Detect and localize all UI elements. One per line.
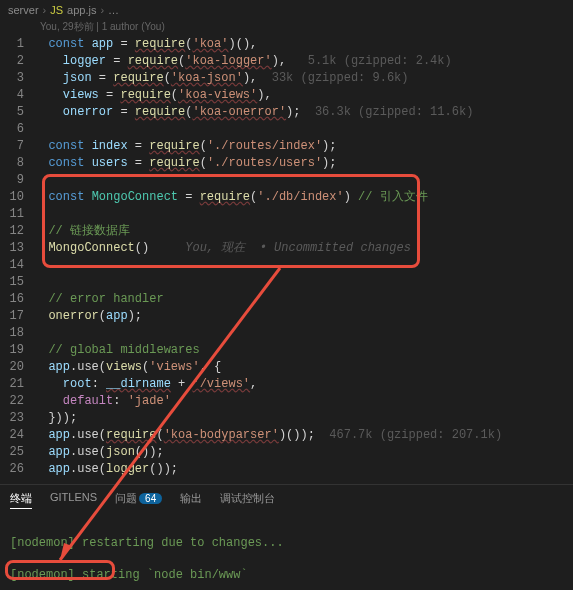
line-number: 5 [0, 104, 34, 121]
line-number: 15 [0, 274, 34, 291]
line-number: 12 [0, 223, 34, 240]
gitlens-blame: You, 现在 • Uncommitted changes [149, 241, 411, 255]
line-number: 3 [0, 70, 34, 87]
line-number: 7 [0, 138, 34, 155]
line-number: 26 [0, 461, 34, 478]
problems-badge: 64 [139, 493, 162, 504]
panel-tabs: 终端 GITLENS 问题64 输出 调试控制台 [0, 484, 573, 513]
breadcrumb-ellipsis[interactable]: … [108, 4, 119, 16]
breadcrumb-file[interactable]: app.js [67, 4, 96, 16]
gitlens-authors: You, 29秒前 | 1 author (You) [0, 20, 573, 36]
line-number: 10 [0, 189, 34, 206]
js-file-icon: JS [50, 4, 63, 16]
terminal-output[interactable]: [nodemon] restarting due to changes... [… [0, 513, 573, 590]
line-number: 25 [0, 444, 34, 461]
breadcrumb[interactable]: server › JS app.js › … [0, 0, 573, 20]
line-number: 22 [0, 393, 34, 410]
line-number: 14 [0, 257, 34, 274]
size-hint: 33k (gzipped: 9.6k) [257, 71, 408, 85]
line-number: 4 [0, 87, 34, 104]
line-number: 19 [0, 342, 34, 359]
line-number: 18 [0, 325, 34, 342]
line-number: 17 [0, 308, 34, 325]
tab-gitlens[interactable]: GITLENS [50, 491, 97, 509]
size-hint: 467.7k (gzipped: 207.1k) [315, 428, 502, 442]
line-number: 13 [0, 240, 34, 257]
tab-terminal[interactable]: 终端 [10, 491, 32, 509]
size-hint: 5.1k (gzipped: 2.4k) [286, 54, 452, 68]
tab-output[interactable]: 输出 [180, 491, 202, 509]
editor[interactable]: 1 const app = require('koa')(), 2 logger… [0, 36, 573, 478]
line-number: 8 [0, 155, 34, 172]
line-number: 6 [0, 121, 34, 138]
line-number: 11 [0, 206, 34, 223]
size-hint: 36.3k (gzipped: 11.6k) [301, 105, 474, 119]
line-number: 21 [0, 376, 34, 393]
line-number: 20 [0, 359, 34, 376]
line-number: 23 [0, 410, 34, 427]
tab-debug[interactable]: 调试控制台 [220, 491, 275, 509]
line-number: 1 [0, 36, 34, 53]
line-number: 16 [0, 291, 34, 308]
chevron-right-icon: › [100, 4, 104, 16]
breadcrumb-folder[interactable]: server [8, 4, 39, 16]
line-number: 2 [0, 53, 34, 70]
line-number: 9 [0, 172, 34, 189]
tab-problems[interactable]: 问题64 [115, 491, 162, 509]
line-number: 24 [0, 427, 34, 444]
chevron-right-icon: › [43, 4, 47, 16]
